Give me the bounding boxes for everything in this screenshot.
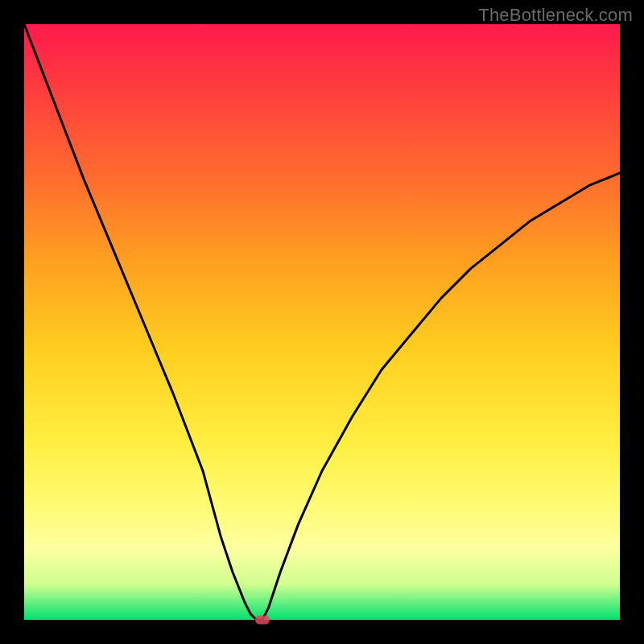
chart-frame: TheBottleneck.com bbox=[0, 0, 644, 644]
bottleneck-marker bbox=[255, 616, 270, 625]
watermark-text: TheBottleneck.com bbox=[478, 5, 633, 26]
chart-plot-area bbox=[24, 24, 620, 620]
bottleneck-curve bbox=[24, 24, 620, 620]
